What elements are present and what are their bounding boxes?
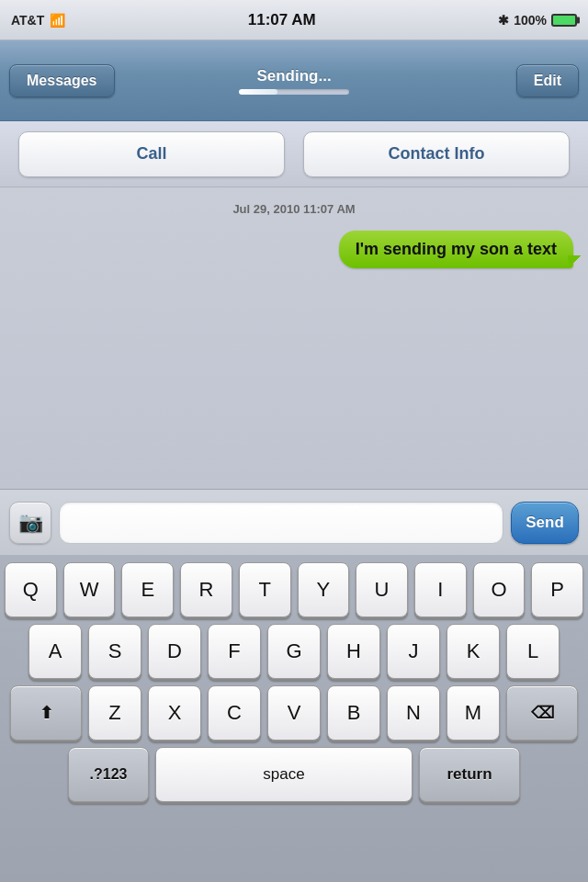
sending-progress: [239, 89, 349, 95]
message-input[interactable]: [59, 502, 503, 544]
key-v[interactable]: V: [267, 685, 321, 741]
messages-back-button[interactable]: Messages: [9, 64, 115, 97]
key-e[interactable]: E: [121, 562, 174, 617]
key-z[interactable]: Z: [88, 685, 141, 741]
key-o[interactable]: O: [473, 562, 526, 617]
call-button[interactable]: Call: [18, 131, 285, 177]
key-a[interactable]: A: [28, 624, 82, 679]
key-u[interactable]: U: [356, 562, 408, 617]
delete-key[interactable]: ⌫: [506, 685, 578, 741]
keyboard-row-3: ⬆ Z X C V B N M ⌫: [5, 685, 583, 741]
nav-center: Sending...: [239, 67, 349, 95]
key-t[interactable]: T: [239, 562, 291, 617]
message-bubble-container: I'm sending my son a text: [15, 231, 573, 268]
nav-title: Sending...: [239, 67, 349, 85]
key-d[interactable]: D: [148, 624, 201, 679]
key-l[interactable]: L: [506, 624, 560, 679]
space-key[interactable]: space: [155, 747, 413, 802]
key-n[interactable]: N: [387, 685, 440, 741]
input-area: 📷 Send: [0, 489, 588, 555]
key-f[interactable]: F: [208, 624, 261, 679]
battery-percentage: 100%: [514, 13, 547, 28]
battery-info: ✱ 100%: [498, 13, 577, 28]
keyboard: Q W E R T Y U I O P A S D F G H J K L ⬆ …: [0, 555, 588, 882]
key-x[interactable]: X: [148, 685, 201, 741]
key-c[interactable]: C: [208, 685, 261, 741]
status-bar: AT&T 📶 11:07 AM ✱ 100%: [0, 0, 588, 40]
shift-key[interactable]: ⬆: [10, 685, 82, 741]
return-key[interactable]: return: [419, 747, 520, 802]
send-button[interactable]: Send: [511, 502, 579, 544]
battery-bar: [551, 14, 577, 27]
key-r[interactable]: R: [180, 562, 232, 617]
progress-fill: [239, 89, 277, 95]
key-b[interactable]: B: [327, 685, 380, 741]
status-time: 11:07 AM: [248, 11, 316, 29]
key-p[interactable]: P: [531, 562, 583, 617]
message-area: Jul 29, 2010 11:07 AM I'm sending my son…: [0, 187, 588, 489]
edit-button[interactable]: Edit: [516, 64, 579, 97]
carrier-info: AT&T 📶: [11, 13, 65, 28]
key-s[interactable]: S: [88, 624, 141, 679]
key-q[interactable]: Q: [5, 562, 57, 617]
camera-button[interactable]: 📷: [9, 502, 51, 544]
wifi-icon: 📶: [50, 13, 65, 28]
keyboard-row-4: .?123 space return: [5, 747, 583, 802]
key-j[interactable]: J: [387, 624, 440, 679]
keyboard-row-1: Q W E R T Y U I O P: [5, 562, 583, 617]
key-g[interactable]: G: [267, 624, 321, 679]
keyboard-row-2: A S D F G H J K L: [5, 624, 583, 679]
key-y[interactable]: Y: [298, 562, 350, 617]
key-i[interactable]: I: [414, 562, 467, 617]
key-m[interactable]: M: [447, 685, 500, 741]
nav-bar: Messages Sending... Edit: [0, 40, 588, 121]
key-h[interactable]: H: [327, 624, 380, 679]
key-k[interactable]: K: [447, 624, 500, 679]
message-bubble: I'm sending my son a text: [339, 231, 573, 268]
action-bar: Call Contact Info: [0, 121, 588, 187]
contact-info-button[interactable]: Contact Info: [303, 131, 570, 177]
camera-icon: 📷: [18, 511, 43, 535]
carrier-name: AT&T: [11, 13, 44, 28]
message-timestamp: Jul 29, 2010 11:07 AM: [15, 202, 573, 216]
numbers-key[interactable]: .?123: [68, 747, 149, 802]
key-w[interactable]: W: [63, 562, 116, 617]
bluetooth-icon: ✱: [498, 13, 509, 28]
